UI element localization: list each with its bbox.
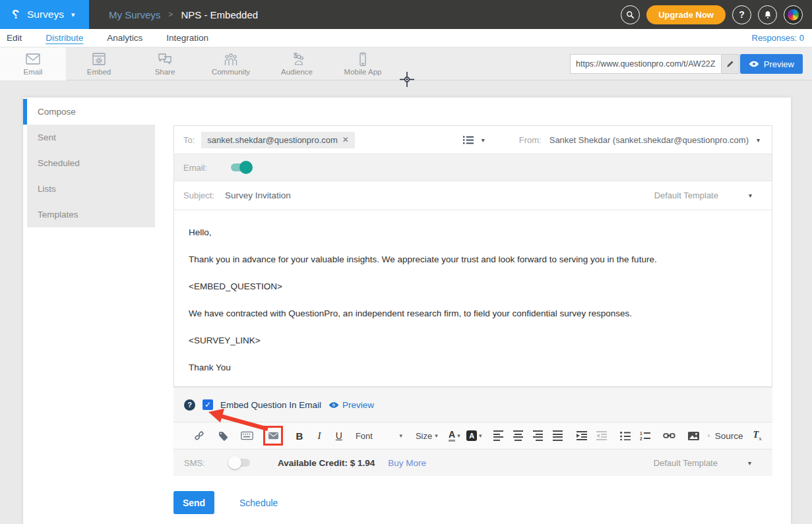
email-body-editor[interactable]: Hello, Thank you in advance for your val… bbox=[174, 210, 772, 386]
sms-toggle[interactable] bbox=[230, 459, 250, 467]
embed-question-toolbar-button[interactable] bbox=[263, 426, 283, 446]
select-list-button[interactable]: ▾ bbox=[462, 134, 485, 145]
body-paragraph: <EMBED_QUESTION> bbox=[189, 281, 757, 291]
align-left-button[interactable] bbox=[488, 426, 508, 446]
envelope-icon bbox=[268, 431, 279, 440]
channel-tab-audience[interactable]: $ Audience bbox=[264, 47, 330, 80]
upgrade-now-button[interactable]: Upgrade Now bbox=[646, 5, 726, 24]
embed-preview-link[interactable]: Preview bbox=[328, 400, 374, 410]
sidebar-item-scheduled[interactable]: Scheduled bbox=[27, 150, 155, 176]
tab-integration[interactable]: Integration bbox=[166, 33, 208, 43]
edit-url-button[interactable] bbox=[722, 54, 739, 74]
embed-help-icon[interactable]: ? bbox=[184, 399, 195, 411]
email-template-selector[interactable]: Default Template ▾ bbox=[654, 190, 763, 200]
subject-label: Subject: bbox=[183, 190, 214, 200]
bell-icon bbox=[763, 10, 772, 20]
keyboard-icon bbox=[241, 431, 253, 440]
align-right-button[interactable] bbox=[528, 426, 547, 446]
chain-icon bbox=[193, 430, 205, 442]
list-icon bbox=[462, 134, 475, 145]
insert-image-button[interactable] bbox=[683, 426, 703, 446]
channel-tab-community[interactable]: Community bbox=[198, 47, 264, 80]
search-button[interactable] bbox=[621, 5, 640, 24]
top-actions: Upgrade Now ? bbox=[621, 5, 812, 24]
from-selector[interactable]: From: Sanket Shekdar (sanket.shekdar@que… bbox=[519, 135, 763, 145]
notifications-button[interactable] bbox=[758, 5, 777, 24]
email-options-section: ? ✓ Embed Question In Email Preview bbox=[173, 387, 772, 476]
text-color-button[interactable]: A ▾ bbox=[445, 426, 464, 446]
buy-more-link[interactable]: Buy More bbox=[388, 458, 426, 468]
compose-form: To: sanket.shekdar@questionpro.com ✕ bbox=[173, 125, 772, 476]
align-right-icon bbox=[533, 430, 543, 441]
align-justify-button[interactable] bbox=[547, 426, 567, 446]
text-color-icon: A bbox=[449, 430, 455, 442]
account-avatar[interactable] bbox=[784, 5, 803, 24]
help-button[interactable]: ? bbox=[732, 5, 751, 24]
sms-template-selector[interactable]: Default Template ▾ bbox=[654, 458, 762, 468]
subject-row: Subject: Survey Invitation Default Templ… bbox=[174, 181, 772, 210]
search-icon bbox=[625, 10, 635, 20]
template-name: Default Template bbox=[654, 190, 718, 200]
embed-preview-label: Preview bbox=[342, 400, 374, 410]
template-name: Default Template bbox=[654, 458, 718, 468]
remove-recipient-icon[interactable]: ✕ bbox=[342, 135, 349, 144]
content-area: Compose Sent Scheduled Lists Templates T… bbox=[0, 80, 812, 524]
tab-analytics[interactable]: Analytics bbox=[107, 33, 142, 43]
keyboard-button[interactable] bbox=[237, 426, 257, 446]
to-label: To: bbox=[183, 135, 195, 145]
source-button[interactable]: Source bbox=[708, 426, 743, 446]
indent-increase-icon bbox=[577, 431, 587, 440]
recipient-chip[interactable]: sanket.shekdar@questionpro.com ✕ bbox=[201, 132, 355, 148]
numbered-list-button[interactable]: 12 bbox=[635, 426, 655, 446]
bold-button[interactable]: B bbox=[290, 426, 309, 446]
channel-label: Community bbox=[212, 68, 250, 76]
top-header: ? Surveys ▾ My Surveys > NPS - Embedded … bbox=[0, 0, 812, 29]
subject-value[interactable]: Survey Invitation bbox=[225, 190, 291, 200]
sidebar-item-sent[interactable]: Sent bbox=[27, 125, 155, 150]
size-select[interactable]: Size ▾ bbox=[409, 431, 445, 441]
surveys-menu[interactable]: ? Surveys ▾ bbox=[0, 0, 89, 29]
align-justify-icon bbox=[553, 430, 563, 441]
breadcrumb-my-surveys[interactable]: My Surveys bbox=[109, 9, 160, 20]
send-button[interactable]: Send bbox=[173, 491, 214, 514]
sidebar-item-compose[interactable]: Compose bbox=[23, 99, 155, 125]
remove-format-button[interactable]: Tx bbox=[747, 426, 767, 446]
italic-button[interactable]: I bbox=[309, 426, 329, 446]
audience-icon: $ bbox=[288, 52, 305, 67]
channel-tab-email[interactable]: Email bbox=[0, 47, 66, 80]
send-row: Send Schedule bbox=[173, 491, 278, 514]
body-paragraph: Thank You bbox=[189, 363, 757, 372]
sms-label: SMS: bbox=[184, 458, 221, 468]
embed-question-label: Embed Question In Email bbox=[220, 400, 321, 410]
tab-edit[interactable]: Edit bbox=[7, 33, 22, 43]
chevron-down-icon: ▾ bbox=[457, 432, 460, 439]
channel-tab-share[interactable]: Share bbox=[132, 47, 198, 80]
sidebar-item-lists[interactable]: Lists bbox=[27, 176, 155, 202]
available-credit: Available Credit: $ 1.94 bbox=[278, 458, 375, 468]
font-select[interactable]: Font ▾ bbox=[349, 431, 409, 441]
align-center-button[interactable] bbox=[508, 426, 528, 446]
indent-decrease-button[interactable] bbox=[592, 426, 611, 446]
share-icon bbox=[156, 52, 173, 67]
email-sidebar: Compose Sent Scheduled Lists Templates bbox=[23, 99, 155, 227]
sidebar-item-templates[interactable]: Templates bbox=[27, 202, 155, 227]
channel-tab-mobile-app[interactable]: Mobile App bbox=[330, 47, 396, 80]
indent-increase-button[interactable] bbox=[572, 426, 592, 446]
insert-link-button[interactable] bbox=[660, 426, 679, 446]
schedule-link[interactable]: Schedule bbox=[239, 498, 278, 508]
survey-url-input[interactable] bbox=[570, 54, 722, 74]
underline-button[interactable]: U bbox=[329, 426, 349, 446]
insert-tag-button[interactable] bbox=[213, 426, 233, 446]
tab-distribute[interactable]: Distribute bbox=[46, 33, 83, 43]
email-toggle[interactable] bbox=[231, 163, 251, 171]
background-color-button[interactable]: A ▾ bbox=[464, 426, 484, 446]
survey-link-button[interactable] bbox=[189, 426, 209, 446]
email-label: Email: bbox=[183, 163, 222, 173]
channel-label: Share bbox=[155, 68, 175, 76]
channel-tab-embed[interactable]: Embed bbox=[66, 47, 132, 80]
email-compose-card: Compose Sent Scheduled Lists Templates T… bbox=[23, 98, 791, 524]
embed-question-checkbox[interactable]: ✓ bbox=[203, 399, 213, 410]
preview-button[interactable]: Preview bbox=[740, 54, 803, 74]
responses-count[interactable]: Responses: 0 bbox=[752, 33, 812, 43]
bullet-list-button[interactable] bbox=[615, 426, 635, 446]
